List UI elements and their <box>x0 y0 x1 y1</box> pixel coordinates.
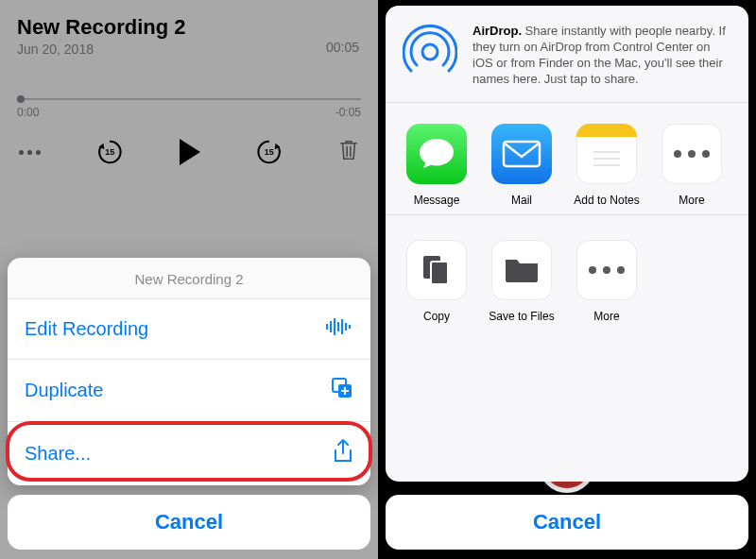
trash-icon[interactable] <box>338 139 359 165</box>
duplicate-label: Duplicate <box>25 380 103 401</box>
recording-title: New Recording 2 <box>17 15 361 40</box>
share-action-copy[interactable]: Copy <box>401 240 472 323</box>
recording-date: Jun 20, 2018 <box>17 42 361 57</box>
share-action-more[interactable]: More <box>571 240 643 323</box>
skip-forward-15-icon[interactable]: 15 <box>255 138 284 166</box>
more-icon <box>576 240 637 300</box>
recording-duration: 00:05 <box>326 40 359 55</box>
scrubber-knob[interactable] <box>17 95 25 103</box>
share-app-more[interactable]: More <box>656 124 728 207</box>
message-icon <box>406 124 467 184</box>
cancel-button[interactable]: Cancel <box>8 495 370 550</box>
cancel-button[interactable]: Cancel <box>386 495 748 550</box>
share-icon <box>333 439 353 468</box>
share-sheet-screen: AirDrop. Share instantly with people nea… <box>378 0 756 559</box>
airdrop-icon <box>401 23 459 81</box>
scrub-start: 0:00 <box>17 106 39 119</box>
voice-memos-screen: New Recording 2 Jun 20, 2018 00:05 0:00 … <box>0 0 378 559</box>
duplicate-icon <box>331 377 353 404</box>
scrubber[interactable]: 0:00 -0:05 <box>17 98 361 119</box>
share-app-mail[interactable]: Mail <box>486 124 558 207</box>
share-actions-row: Copy Save to Files More <box>386 215 748 332</box>
share-action-save[interactable]: Save to Files <box>486 240 558 323</box>
copy-icon <box>406 240 467 300</box>
skip-back-15-icon[interactable]: 15 <box>95 138 124 166</box>
svg-rect-10 <box>504 142 540 166</box>
waveform-icon <box>325 316 353 342</box>
share-sheet: AirDrop. Share instantly with people nea… <box>386 6 748 482</box>
notes-icon <box>576 124 637 184</box>
share-button[interactable]: Share... <box>8 422 370 485</box>
edit-recording-label: Edit Recording <box>25 318 148 340</box>
more-options-icon[interactable] <box>19 150 41 155</box>
mail-icon <box>491 124 552 184</box>
airdrop-description: AirDrop. Share instantly with people nea… <box>472 23 733 87</box>
duplicate-button[interactable]: Duplicate <box>8 360 370 422</box>
play-icon[interactable] <box>180 139 200 165</box>
scrub-end: -0:05 <box>335 106 361 119</box>
share-app-notes[interactable]: Add to Notes <box>571 124 643 207</box>
recording-header: New Recording 2 Jun 20, 2018 00:05 <box>0 0 378 62</box>
share-app-message[interactable]: Message <box>401 124 472 207</box>
more-icon <box>662 124 722 184</box>
svg-point-9 <box>422 44 438 59</box>
sheet-title: New Recording 2 <box>8 258 370 299</box>
svg-rect-15 <box>431 262 448 284</box>
share-apps-row: Message Mail Add to Notes <box>386 103 748 214</box>
folder-icon <box>491 240 552 300</box>
edit-recording-button[interactable]: Edit Recording <box>8 299 370 360</box>
share-label: Share... <box>25 443 91 465</box>
action-sheet: New Recording 2 Edit Recording <box>8 258 370 485</box>
